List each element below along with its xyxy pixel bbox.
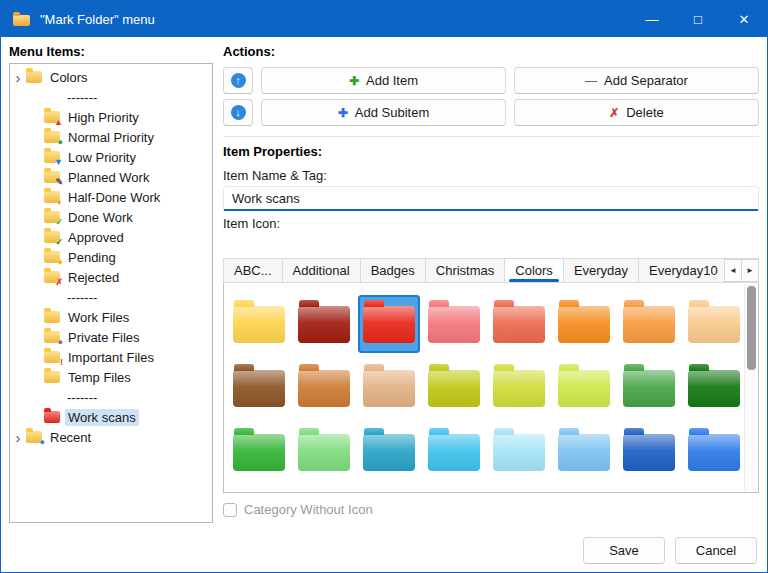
folder-icon-option[interactable] bbox=[423, 295, 485, 353]
tree-item-important-files[interactable]: !Important Files bbox=[10, 347, 212, 367]
titlebar: "Mark Folder" menu — □ ✕ bbox=[1, 1, 767, 37]
folder-icon bbox=[233, 434, 285, 471]
item-name-input[interactable] bbox=[223, 186, 759, 211]
folder-icon-option[interactable] bbox=[358, 423, 420, 481]
category-without-icon-checkbox[interactable] bbox=[223, 503, 237, 517]
tree-item-colors[interactable]: ›Colors bbox=[10, 67, 212, 87]
dash-icon: — bbox=[585, 75, 597, 87]
folder-icon: ● bbox=[26, 431, 42, 443]
tree-item-private-files[interactable]: ●Private Files bbox=[10, 327, 212, 347]
tree-item-work-files[interactable]: Work Files bbox=[10, 307, 212, 327]
folder-icon-option[interactable] bbox=[293, 295, 355, 353]
tree-item-label: Work scans bbox=[65, 409, 139, 426]
chevron-right-icon[interactable]: › bbox=[10, 70, 26, 85]
folder-icon-option[interactable] bbox=[423, 359, 485, 417]
folder-icon: ! bbox=[44, 351, 60, 363]
tree-item-recent[interactable]: ›●Recent bbox=[10, 427, 212, 447]
delete-button[interactable]: ✗ Delete bbox=[514, 99, 759, 126]
tree-separator[interactable]: ------- bbox=[10, 387, 212, 407]
tree-separator[interactable]: ------- bbox=[10, 287, 212, 307]
folder-icon bbox=[298, 370, 350, 407]
menu-items-tree[interactable]: ›Colors-------▲High Priority●Normal Prio… bbox=[9, 63, 213, 523]
right-panel: Actions: ↑ ✚ Add Item — Add Separator bbox=[223, 43, 759, 566]
item-properties-label: Item Properties: bbox=[223, 144, 759, 159]
tree-item-label: Temp Files bbox=[65, 369, 134, 386]
tree-item-label: Colors bbox=[47, 69, 91, 86]
add-item-button[interactable]: ✚ Add Item bbox=[261, 67, 506, 94]
tab-scroll-left-icon[interactable]: ◄ bbox=[724, 259, 742, 282]
tree-item-low-priority[interactable]: ▼Low Priority bbox=[10, 147, 212, 167]
item-name-label: Item Name & Tag: bbox=[223, 168, 759, 183]
menu-items-label: Menu Items: bbox=[9, 44, 213, 59]
folder-icon-option[interactable] bbox=[683, 423, 745, 481]
window-title: "Mark Folder" menu bbox=[40, 12, 155, 27]
folder-icon-option[interactable] bbox=[553, 295, 615, 353]
tree-item-work-scans[interactable]: Work scans bbox=[10, 407, 212, 427]
move-up-button[interactable]: ↑ bbox=[223, 67, 253, 94]
tab-colors[interactable]: Colors bbox=[504, 258, 564, 283]
folder-icon-option[interactable] bbox=[293, 359, 355, 417]
folder-icon-option[interactable] bbox=[358, 359, 420, 417]
folder-icon-option[interactable] bbox=[488, 423, 550, 481]
maximize-button[interactable]: □ bbox=[675, 1, 721, 37]
tab-scroll-right-icon[interactable]: ► bbox=[741, 259, 759, 282]
folder-icon bbox=[363, 306, 415, 343]
folder-icon-option[interactable] bbox=[618, 359, 680, 417]
tree-item-temp-files[interactable]: Temp Files bbox=[10, 367, 212, 387]
add-subitem-button[interactable]: ✚ Add Subitem bbox=[261, 99, 506, 126]
folder-icon-option[interactable] bbox=[618, 295, 680, 353]
tree-item-planned-work[interactable]: ✎Planned Work bbox=[10, 167, 212, 187]
folder-icon-option[interactable] bbox=[488, 359, 550, 417]
scrollbar-thumb[interactable] bbox=[747, 286, 756, 370]
folder-icon-option[interactable] bbox=[358, 295, 420, 353]
icon-grid-scrollbar[interactable] bbox=[744, 284, 757, 491]
tree-item-label: Low Priority bbox=[65, 149, 139, 166]
tab-christmas[interactable]: Christmas bbox=[425, 258, 506, 283]
tree-item-approved[interactable]: ✓Approved bbox=[10, 227, 212, 247]
tree-item-high-priority[interactable]: ▲High Priority bbox=[10, 107, 212, 127]
tree-item-rejected[interactable]: ✗Rejected bbox=[10, 267, 212, 287]
folder-icon: ● bbox=[44, 251, 60, 263]
category-without-icon-label: Category Without Icon bbox=[244, 502, 373, 517]
tree-item-pending[interactable]: ●Pending bbox=[10, 247, 212, 267]
add-separator-button[interactable]: — Add Separator bbox=[514, 67, 759, 94]
folder-icon-option[interactable] bbox=[228, 359, 290, 417]
folder-icon-option[interactable] bbox=[683, 359, 745, 417]
tree-item-done-work[interactable]: ✓Done Work bbox=[10, 207, 212, 227]
folder-icon bbox=[428, 306, 480, 343]
chevron-right-icon[interactable]: › bbox=[10, 430, 26, 445]
folder-icon-option[interactable] bbox=[293, 423, 355, 481]
close-button[interactable]: ✕ bbox=[721, 1, 767, 37]
folder-icon-option[interactable] bbox=[228, 295, 290, 353]
folder-icon-option[interactable] bbox=[228, 423, 290, 481]
tree-item-half-done-work[interactable]: ◐Half-Done Work bbox=[10, 187, 212, 207]
minimize-button[interactable]: — bbox=[629, 1, 675, 37]
folder-icon bbox=[363, 370, 415, 407]
folder-icon bbox=[44, 311, 60, 323]
tree-separator[interactable]: ------- bbox=[10, 87, 212, 107]
tab-abc[interactable]: ABC... bbox=[223, 258, 283, 283]
folder-icon-option[interactable] bbox=[488, 295, 550, 353]
icon-tabs: ABC...AdditionalBadgesChristmasColorsEve… bbox=[223, 258, 759, 283]
folder-icon-option[interactable] bbox=[683, 295, 745, 353]
plus-icon: ✚ bbox=[349, 75, 359, 87]
folder-icon bbox=[428, 370, 480, 407]
folder-icon: ✗ bbox=[44, 271, 60, 283]
folder-icon: ✎ bbox=[44, 171, 60, 183]
folder-icon bbox=[493, 306, 545, 343]
folder-icon-option[interactable] bbox=[618, 423, 680, 481]
tab-everyday[interactable]: Everyday bbox=[563, 258, 639, 283]
folder-icon: ◐ bbox=[44, 191, 60, 203]
save-button[interactable]: Save bbox=[583, 537, 665, 564]
tab-additional[interactable]: Additional bbox=[282, 258, 361, 283]
folder-icon-option[interactable] bbox=[553, 423, 615, 481]
tree-item-label: Rejected bbox=[65, 269, 122, 286]
tab-everyday10[interactable]: Everyday10 bbox=[638, 258, 729, 283]
folder-icon-option[interactable] bbox=[553, 359, 615, 417]
tree-item-normal-priority[interactable]: ●Normal Priority bbox=[10, 127, 212, 147]
cancel-button[interactable]: Cancel bbox=[675, 537, 757, 564]
tab-badges[interactable]: Badges bbox=[360, 258, 426, 283]
move-down-button[interactable]: ↓ bbox=[223, 99, 253, 126]
folder-icon-option[interactable] bbox=[423, 423, 485, 481]
category-without-icon-row[interactable]: Category Without Icon bbox=[223, 502, 759, 517]
